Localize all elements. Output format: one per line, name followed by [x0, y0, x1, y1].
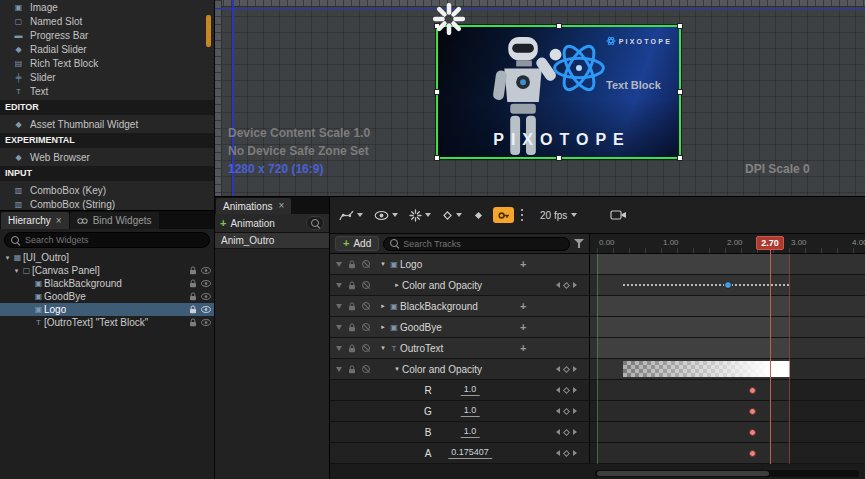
palette-item-slider[interactable]: ╪Slider	[0, 70, 214, 84]
expander-icon[interactable]: ▸	[392, 281, 402, 289]
add-section-button[interactable]: +	[520, 321, 526, 333]
timeline-scrollbar[interactable]	[595, 470, 859, 477]
palette-item-text[interactable]: TText	[0, 84, 214, 98]
pin-icon[interactable]	[336, 283, 342, 288]
designer-viewport[interactable]: PIXOTOPE Text Block PIXOTOPE Device Cont…	[215, 0, 865, 196]
prev-key-icon[interactable]	[556, 450, 560, 456]
next-key-icon[interactable]	[573, 408, 577, 414]
channel-row-a[interactable]: A 0.175407	[330, 443, 590, 464]
lock-icon[interactable]	[189, 266, 197, 275]
track-row-logo[interactable]: ▾ ▣ Logo +	[330, 254, 590, 275]
render-movie-button[interactable]	[608, 207, 629, 223]
add-keyframe-button[interactable]	[471, 208, 486, 223]
playhead-line[interactable]	[770, 248, 771, 464]
track-search-input[interactable]	[403, 239, 563, 249]
mute-icon[interactable]	[362, 302, 370, 310]
track-row-color-opacity-logo[interactable]: ▸ Color and Opacity	[330, 275, 590, 296]
add-key-icon[interactable]	[563, 407, 570, 414]
timeline-row-blackbackground[interactable]	[590, 296, 865, 317]
view-options-button[interactable]	[372, 208, 400, 223]
timeline-row-r[interactable]	[590, 380, 865, 401]
auto-key-toggle[interactable]	[493, 207, 514, 223]
hierarchy-row-outrotext[interactable]: T[OutroText] "Text Block"	[0, 316, 214, 329]
next-key-icon[interactable]	[573, 366, 577, 372]
close-icon[interactable]: ×	[278, 201, 284, 211]
palette-item-image[interactable]: ▣Image	[0, 0, 214, 14]
timeline-row-logo[interactable]	[590, 254, 865, 275]
timeline-row-outrotext[interactable]	[590, 338, 865, 359]
mute-icon[interactable]	[362, 323, 370, 331]
eye-icon[interactable]	[201, 306, 211, 313]
selection-handle[interactable]	[556, 155, 562, 161]
channel-value-input[interactable]: 1.0	[461, 405, 480, 417]
filter-icon[interactable]	[574, 238, 584, 249]
palette-item-radial-slider[interactable]: ◆Radial Slider	[0, 42, 214, 56]
timeline-row-a[interactable]	[590, 443, 865, 464]
playhead-marker[interactable]: 2.70	[756, 236, 784, 250]
hierarchy-row-blackbackground[interactable]: ▣BlackBackground	[0, 277, 214, 290]
selection-handle[interactable]	[434, 155, 440, 161]
timeline-ruler[interactable]: 0.00 1.00 2.00 3.00 4.00 2.70	[590, 234, 865, 253]
hierarchy-row-ui-outro[interactable]: ▾▦[UI_Outro]	[0, 251, 214, 264]
selection-handle[interactable]	[434, 89, 440, 95]
prev-key-icon[interactable]	[556, 387, 560, 393]
lock-icon[interactable]	[348, 281, 356, 290]
add-key-icon[interactable]	[563, 365, 570, 372]
pin-icon[interactable]	[336, 325, 342, 330]
expander-icon[interactable]: ▾	[12, 267, 21, 275]
track-search[interactable]	[383, 237, 570, 251]
lock-icon[interactable]	[189, 279, 197, 288]
selection-handle[interactable]	[677, 89, 683, 95]
add-key-icon[interactable]	[563, 386, 570, 393]
add-section-button[interactable]: +	[520, 300, 526, 312]
lock-icon[interactable]	[348, 323, 356, 332]
keyframe-dot[interactable]	[749, 387, 756, 394]
tab-animations[interactable]: Animations×	[216, 198, 291, 214]
tab-hierarchy[interactable]: Hierarchy×	[1, 212, 69, 229]
lock-icon[interactable]	[189, 305, 197, 314]
alpha-fade-section[interactable]	[623, 361, 790, 377]
playback-options-button[interactable]	[407, 207, 433, 224]
prev-key-icon[interactable]	[556, 366, 560, 372]
hierarchy-row-goodbye[interactable]: ▣GoodBye	[0, 290, 214, 303]
pin-icon[interactable]	[336, 262, 342, 267]
keying-options-button[interactable]	[440, 208, 464, 223]
timeline-row-color-opacity-logo[interactable]	[590, 275, 865, 296]
pin-icon[interactable]	[336, 367, 342, 372]
mute-icon[interactable]	[362, 281, 370, 289]
keyframe-dot[interactable]	[749, 408, 756, 415]
palette-item-combobox-string[interactable]: ▥ComboBox (String)	[0, 197, 214, 210]
add-section-button[interactable]: +	[520, 258, 526, 270]
palette-item-rich-text-block[interactable]: ▤Rich Text Block	[0, 56, 214, 70]
palette-section-input[interactable]: INPUT	[0, 166, 214, 181]
overflow-menu-icon[interactable]	[521, 209, 523, 211]
lock-icon[interactable]	[189, 318, 197, 327]
animation-item-anim-outro[interactable]: Anim_Outro	[215, 233, 329, 249]
canvas-preview[interactable]: PIXOTOPE Text Block PIXOTOPE	[436, 25, 681, 159]
expander-icon[interactable]: ▾	[378, 260, 388, 268]
palette-section-editor[interactable]: EDITOR	[0, 100, 214, 115]
keyframe-dot[interactable]	[749, 429, 756, 436]
track-row-goodbye[interactable]: ▸ ▣ GoodBye +	[330, 317, 590, 338]
hierarchy-row-logo[interactable]: ▣Logo	[0, 303, 214, 316]
next-key-icon[interactable]	[573, 387, 577, 393]
mute-icon[interactable]	[362, 260, 370, 268]
pin-icon[interactable]	[336, 346, 342, 351]
eye-icon[interactable]	[201, 293, 211, 300]
add-key-icon[interactable]	[563, 449, 570, 456]
palette-item-progress-bar[interactable]: ▬Progress Bar	[0, 28, 214, 42]
widget-search-input[interactable]	[25, 235, 203, 245]
timeline-scrollbar-thumb[interactable]	[597, 471, 769, 476]
mute-icon[interactable]	[362, 344, 370, 352]
prev-key-icon[interactable]	[556, 429, 560, 435]
timeline-row-color-opacity-outrotext[interactable]	[590, 359, 865, 380]
selection-handle[interactable]	[677, 23, 683, 29]
timeline-row-g[interactable]	[590, 401, 865, 422]
channel-row-g[interactable]: G 1.0	[330, 401, 590, 422]
channel-value-input[interactable]: 1.0	[461, 384, 480, 396]
selection-handle[interactable]	[677, 155, 683, 161]
selection-handle[interactable]	[556, 23, 562, 29]
lock-icon[interactable]	[348, 260, 356, 269]
lock-icon[interactable]	[348, 302, 356, 311]
channel-row-b[interactable]: B 1.0	[330, 422, 590, 443]
